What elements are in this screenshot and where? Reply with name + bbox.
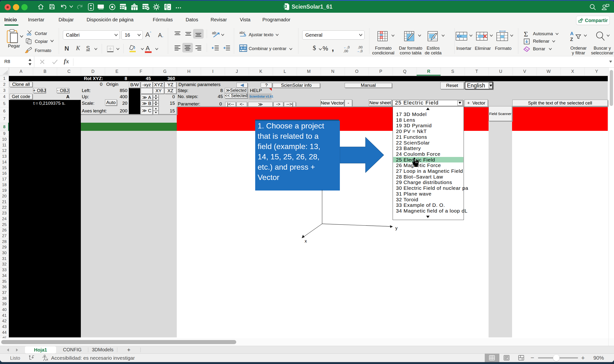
svg-text:X: X [284,5,286,8]
svg-text:A: A [570,31,573,36]
svg-text:Z: Z [570,37,573,42]
svg-text:ab: ab [212,31,216,35]
svg-text:y: y [395,225,398,231]
svg-text:x: x [305,238,307,244]
